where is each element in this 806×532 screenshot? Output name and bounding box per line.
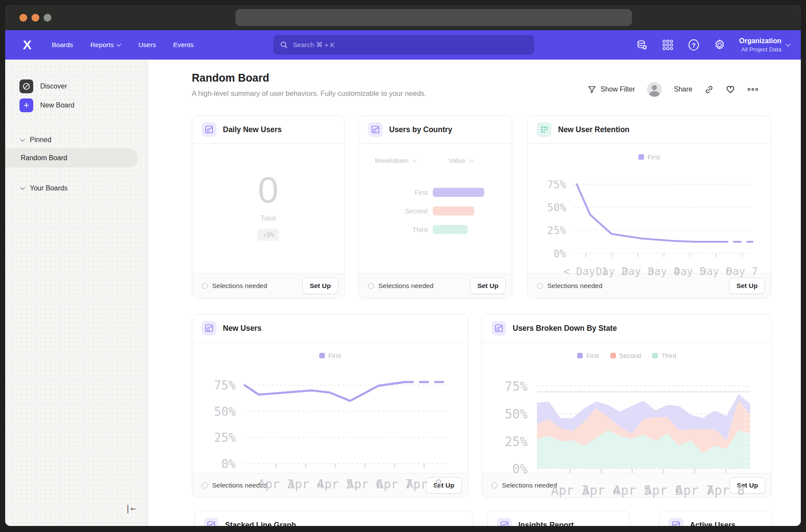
value-dropdown[interactable]: Value <box>449 157 474 165</box>
retention-grid-icon <box>537 122 552 137</box>
card-title: Active Users <box>690 521 736 526</box>
legend-swatch <box>319 353 325 358</box>
card-insights-report: Insights Report <box>487 511 630 526</box>
card-footer: Selections needed Set Up <box>192 273 344 298</box>
metric-label: Total <box>260 214 276 223</box>
mixpanel-logo[interactable]: X <box>18 38 35 52</box>
sidebar-item-new-board[interactable]: + New Board <box>19 96 148 115</box>
svg-text:?: ? <box>692 42 696 49</box>
nav-item-boards[interactable]: Boards <box>45 37 80 53</box>
bar-label: Second <box>359 207 428 215</box>
share-button[interactable]: Share <box>674 86 692 93</box>
breakdown-dropdown[interactable]: Breakdown <box>375 157 417 165</box>
line-chart-icon <box>202 321 216 336</box>
sidebar-section-label: Pinned <box>30 136 51 144</box>
help-icon[interactable]: ? <box>687 38 700 51</box>
card-body: First Second Third 75%50%25%0%Apr 3Apr 4… <box>482 342 771 473</box>
chevron-down-icon <box>21 137 25 141</box>
state-stacked-area-chart: 75%50%25%0%Apr 3Apr 4Apr 5Apr 6Apr 7Apr … <box>486 366 767 498</box>
close-window-button[interactable] <box>19 14 27 22</box>
page-subtitle: A high-level summary of user behaviors. … <box>192 89 426 98</box>
status-circle-icon <box>202 283 208 289</box>
set-up-button[interactable]: Set Up <box>302 278 338 294</box>
sidebar: Discover + New Board Pinned Random Board… <box>5 60 148 526</box>
filter-funnel-icon <box>588 86 596 94</box>
line-chart-icon <box>492 321 506 336</box>
svg-text:75%: 75% <box>505 379 527 394</box>
org-switcher[interactable]: Organization All Project Data <box>739 37 790 53</box>
bar-row: First <box>359 188 512 197</box>
sidebar-section-label: Your Boards <box>30 184 67 192</box>
card-header: New User Retention <box>527 116 771 144</box>
card-header: Users Broken Down By State <box>482 314 771 342</box>
status-circle-icon <box>368 283 374 289</box>
line-chart-icon <box>202 122 216 137</box>
sidebar-section-your-boards[interactable]: Your Boards <box>21 180 148 197</box>
svg-text:0%: 0% <box>553 247 566 260</box>
data-management-icon[interactable] <box>635 38 648 51</box>
browser-titlebar <box>5 5 801 30</box>
sidebar-item-label: New Board <box>40 101 74 109</box>
search-input[interactable] <box>292 41 527 49</box>
card-header: New Users <box>192 314 468 342</box>
nav-right: ? Organization All Project Data <box>635 30 790 60</box>
card-footer: Selections needed Set Up <box>359 273 512 298</box>
svg-text:75%: 75% <box>547 178 566 191</box>
legend-item-first: First <box>638 153 660 161</box>
sidebar-item-discover[interactable]: Discover <box>19 77 148 96</box>
board-header: Random Board A high-level summary of use… <box>192 72 426 98</box>
page-title: Random Board <box>192 72 426 84</box>
apps-grid-icon[interactable] <box>661 38 674 51</box>
metric-value: 0 <box>258 171 279 208</box>
sidebar-item-label: Random Board <box>21 154 67 162</box>
nav-item-users[interactable]: Users <box>131 37 162 53</box>
sidebar-collapse-button[interactable]: |← <box>123 502 138 515</box>
set-up-button[interactable]: Set Up <box>470 278 506 294</box>
card-body: 0 Total ↑0% <box>192 144 344 273</box>
svg-text:50%: 50% <box>547 201 566 214</box>
url-bar[interactable] <box>235 9 632 26</box>
nav-item-events[interactable]: Events <box>166 37 200 53</box>
board-controls: Show Filter Share <box>588 82 758 97</box>
nav-item-reports[interactable]: Reports <box>83 37 128 53</box>
svg-text:0%: 0% <box>221 457 236 471</box>
legend-swatch <box>652 353 658 358</box>
bar-second <box>433 206 474 215</box>
chart-legend: First <box>192 352 468 359</box>
line-chart-icon <box>669 518 683 526</box>
svg-text:Day 7: Day 7 <box>726 265 758 278</box>
line-chart-icon <box>204 518 219 526</box>
bar-label: First <box>359 189 428 196</box>
zoom-window-button[interactable] <box>44 14 51 22</box>
favorite-button[interactable] <box>726 85 735 94</box>
selections-needed-status: Selections needed <box>368 282 434 290</box>
chevron-down-icon <box>787 42 790 46</box>
sidebar-section-pinned[interactable]: Pinned <box>21 131 148 149</box>
legend-item-third: Third <box>652 352 676 359</box>
svg-text:Apr 8: Apr 8 <box>406 477 442 491</box>
card-body: Breakdown Value First Second Third <box>359 144 512 273</box>
minimize-window-button[interactable] <box>32 14 39 22</box>
nav-item-label: Boards <box>52 41 73 49</box>
compass-icon <box>19 79 33 93</box>
card-new-users: New Users First 75%50%25%0%Apr 3Apr 4Apr… <box>192 314 468 498</box>
chevron-down-icon <box>117 42 121 46</box>
card-title: Users Broken Down By State <box>513 324 617 333</box>
svg-text:50%: 50% <box>214 405 235 419</box>
card-header: Insights Report <box>488 511 630 526</box>
country-bars: First Second Third <box>359 188 512 234</box>
copy-link-button[interactable] <box>704 85 714 94</box>
settings-gear-icon[interactable] <box>713 38 726 51</box>
global-search[interactable] <box>273 35 534 55</box>
card-header: Users by Country <box>359 116 512 144</box>
more-ellipsis-icon <box>747 86 758 93</box>
metric-delta-badge: ↑0% <box>257 229 279 241</box>
show-filter-button[interactable]: Show Filter <box>588 86 635 94</box>
sidebar-item-random-board[interactable]: Random Board <box>5 149 138 168</box>
avatar[interactable] <box>647 82 662 97</box>
svg-text:Apr 8: Apr 8 <box>707 483 745 498</box>
card-title: Users by Country <box>389 125 452 134</box>
legend-swatch <box>577 353 583 358</box>
more-options-button[interactable] <box>747 86 758 93</box>
nav-menu: Boards Reports Users Events <box>45 37 200 53</box>
